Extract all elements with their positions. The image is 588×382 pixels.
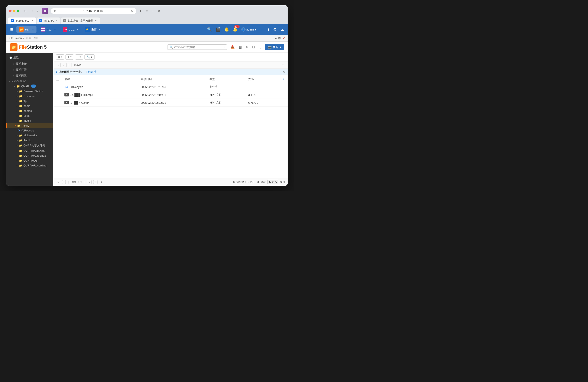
maximize-button[interactable] xyxy=(17,10,19,12)
more-header-icon[interactable]: ⋮ xyxy=(258,44,263,50)
col-type[interactable]: 类型 xyxy=(207,75,246,83)
tab-close-2[interactable]: ✕ xyxy=(55,19,58,22)
row2-checkbox[interactable] xyxy=(56,93,59,96)
row1-checkbox[interactable] xyxy=(56,85,59,88)
sidebar-item-homes[interactable]: ▸ 📁 homes xyxy=(6,108,53,113)
restore-win-btn[interactable]: ⊡ xyxy=(278,37,281,40)
xunlei-tab-close[interactable]: ✕ xyxy=(98,28,100,31)
col-name[interactable]: 名称 ↑ xyxy=(62,75,138,83)
container-tab-close[interactable]: ✕ xyxy=(76,28,78,31)
cloud-btn[interactable]: ☁ xyxy=(279,26,285,33)
sidebar-item-qvrpro-db[interactable]: ▸ 📁 QVRProDB xyxy=(6,158,53,163)
filestation-tab-close[interactable]: ✕ xyxy=(32,28,34,31)
sidebar-item-qvrpro-appdata[interactable]: ▸ 📁 QVRProAppData xyxy=(6,148,53,153)
row3-more[interactable]: ··· xyxy=(280,99,288,107)
first-page-btn[interactable]: |‹ xyxy=(56,180,60,184)
sidebar-item-public[interactable]: ▸ 📁 Public xyxy=(6,138,53,143)
sidebar-item-recent-open[interactable]: ▸ 最近打开 xyxy=(6,67,53,73)
infobar-close-btn[interactable]: ✕ xyxy=(282,70,285,74)
footer-refresh-icon[interactable]: ↻ xyxy=(101,181,103,184)
add-column-icon[interactable]: + xyxy=(283,78,284,81)
nav-back-button[interactable]: ‹ xyxy=(30,8,34,13)
sidebar-toggle-button[interactable]: ⊞ xyxy=(23,8,28,13)
breadcrumb-back-btn[interactable]: ‹ xyxy=(56,63,61,67)
search-input[interactable] xyxy=(174,45,222,49)
sidebar-qnap-folder[interactable]: ▾ 📁 QNAP 共 xyxy=(6,84,53,89)
browser-tab-ts673a[interactable]: T TS-673A ✕ xyxy=(37,18,60,24)
sidebar-item-recent-delete[interactable]: ▸ 最近删除 xyxy=(6,73,53,79)
browser-tab-article[interactable]: ✏ 文章编辑 - 是羊刀仙啊 ✕ xyxy=(61,18,100,24)
sidebar-item-browser-station[interactable]: ▸ 📁 Browser Station xyxy=(6,89,53,94)
last-page-btn[interactable]: ›| xyxy=(93,180,98,184)
nas-app-xunlei[interactable]: ⚡ 迅雷 ✕ xyxy=(83,26,103,33)
row3-more-icon[interactable]: ··· xyxy=(283,101,285,104)
sidebar-item-qvrpro-autosnap[interactable]: ▸ 📁 QVRProAutoSnap xyxy=(6,153,53,158)
col-size[interactable]: 大小 xyxy=(246,75,280,83)
row3-name-cell[interactable]: ▶ ST██-4-C.mp4 xyxy=(62,99,138,107)
sidebar-item-recycle[interactable]: ♻ @Recycle xyxy=(6,128,53,133)
row1-checkbox-cell[interactable] xyxy=(53,83,62,91)
row1-more[interactable]: ··· xyxy=(280,83,288,91)
sidebar-item-multimedia[interactable]: ▸ 📁 Multimedia xyxy=(6,133,53,138)
sidebar-item-movie[interactable]: ▾ 📁 movie xyxy=(6,123,53,128)
new-tab-button[interactable]: + xyxy=(151,8,155,13)
download-button[interactable]: ⬇ xyxy=(138,8,143,13)
breadcrumb-up-btn[interactable]: ↑ xyxy=(66,63,72,67)
nas-app-appstore[interactable]: Ap... ✕ xyxy=(38,26,59,33)
close-win-btn[interactable]: ✕ xyxy=(282,37,285,40)
sidebar-nas-section[interactable]: ▪ NAS5878AC xyxy=(6,79,53,84)
sidebar-item-qnap-share[interactable]: ▸ 📁 QNAP共享文件夹 xyxy=(6,143,53,148)
prev-page-btn[interactable]: ‹ xyxy=(62,180,66,184)
alarm-icon-btn[interactable]: 🔔 xyxy=(223,26,230,33)
display-mode-icon[interactable]: ▦ xyxy=(238,44,243,50)
sidebar-recent-section[interactable]: 🕐 最近 xyxy=(6,54,53,61)
search-icon-btn[interactable]: 🔍 xyxy=(206,26,213,33)
next-page-btn[interactable]: › xyxy=(88,180,91,184)
row3-checkbox[interactable] xyxy=(56,101,59,104)
sidebar-item-look[interactable]: ▸ 📁 Look xyxy=(6,113,53,118)
sidebar-item-qvrpro-recording[interactable]: ▸ 📁 QVRProRecording xyxy=(6,163,53,168)
close-button[interactable] xyxy=(9,10,12,12)
minimize-win-btn[interactable]: – xyxy=(275,37,276,40)
row2-more-icon[interactable]: ··· xyxy=(283,93,285,96)
more-options-btn[interactable]: ⋮ xyxy=(259,26,265,33)
row1-name-cell[interactable]: ♻ @Recycle xyxy=(62,83,138,91)
footer-items-per-page-select[interactable]: 500 100 200 xyxy=(267,180,278,184)
search-dropdown-icon[interactable]: ▾ xyxy=(224,46,225,48)
tab-close-1[interactable]: ✕ xyxy=(31,19,34,22)
new-folder-btn[interactable]: + ▾ xyxy=(65,54,74,60)
infobar-link[interactable]: 了解详情。 xyxy=(85,70,99,74)
share-button[interactable]: ⬆ xyxy=(145,8,149,13)
row3-checkbox-cell[interactable] xyxy=(53,99,62,107)
row2-more[interactable]: ··· xyxy=(280,91,288,99)
select-all-checkbox[interactable] xyxy=(56,77,59,81)
nav-forward-button[interactable]: › xyxy=(36,8,39,13)
sidebar-item-container[interactable]: ▸ 📁 Container xyxy=(6,94,53,99)
refresh-header-icon[interactable]: ↻ xyxy=(245,44,249,50)
row2-checkbox-cell[interactable] xyxy=(53,91,62,99)
breadcrumb-forward-btn[interactable]: › xyxy=(61,63,66,67)
info-btn[interactable]: ℹ xyxy=(267,26,271,33)
user-btn[interactable]: 👤 admin ▾ xyxy=(240,26,257,33)
refresh-icon[interactable]: ↻ xyxy=(131,9,133,13)
more-button[interactable]: ⧉ xyxy=(157,8,161,14)
upload-header-icon[interactable]: 📤 xyxy=(230,44,235,50)
col-add[interactable]: + xyxy=(280,75,288,83)
upload-btn[interactable]: ↑ ▾ xyxy=(75,54,83,60)
tab-close-3[interactable]: ✕ xyxy=(94,19,97,22)
nas-app-container[interactable]: CO Co... ✕ xyxy=(60,26,81,33)
col-modified[interactable]: 修改日期 xyxy=(138,75,207,83)
filter-header-icon[interactable]: ⊟ xyxy=(251,44,256,50)
minimize-button[interactable] xyxy=(13,10,15,12)
sidebar-item-media[interactable]: ▸ 📁 media xyxy=(6,118,53,123)
row2-name-cell[interactable]: ▶ SO███-FHD.mp4 xyxy=(62,91,138,99)
media-icon-btn[interactable]: 🎬 xyxy=(214,26,222,33)
row1-more-icon[interactable]: ··· xyxy=(283,85,285,88)
tools-btn[interactable]: 🔧 ▾ xyxy=(84,54,95,60)
list-view-btn[interactable]: ≡ ▾ xyxy=(56,54,64,60)
sidebar-item-recent-upload[interactable]: ▸ 最近上传 xyxy=(6,61,53,67)
appstore-tab-close[interactable]: ✕ xyxy=(54,28,56,31)
favorite-icon[interactable]: ♡ xyxy=(282,63,285,67)
nas-menu-button[interactable]: ☰ xyxy=(9,26,15,32)
sidebar-item-ftp[interactable]: ▸ 📁 ftp xyxy=(6,99,53,104)
